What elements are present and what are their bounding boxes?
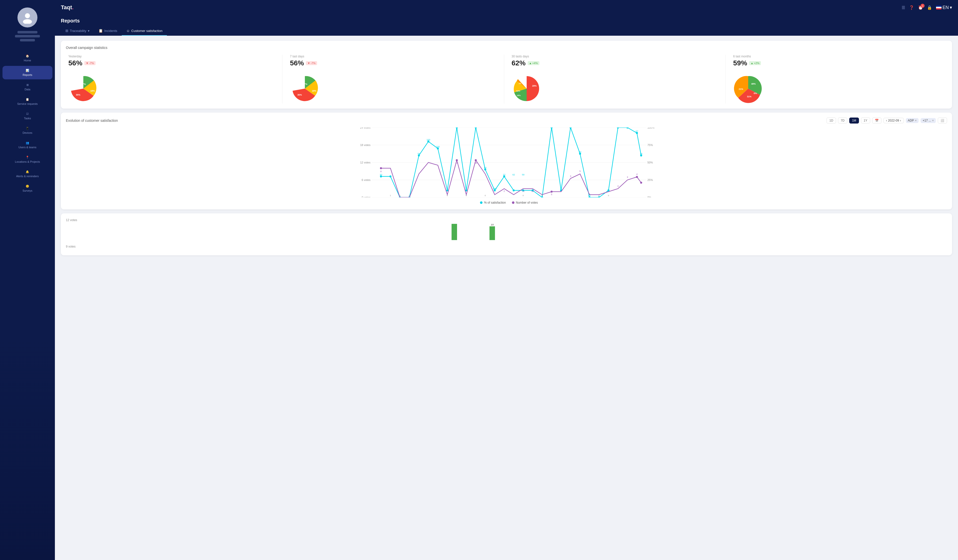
- language-button[interactable]: EN ▾: [936, 5, 952, 10]
- svg-text:0: 0: [400, 194, 401, 197]
- svg-text:24 votes: 24 votes: [360, 127, 371, 129]
- stat-value-row-6months: 59% ▲ +2%: [733, 59, 761, 67]
- reports-tabs: ⊞ Traceability ▾ 📋 Incidents ☺ Customer …: [61, 26, 952, 36]
- svg-text:50: 50: [484, 167, 487, 169]
- svg-text:48%: 48%: [751, 82, 756, 85]
- svg-text:30: 30: [380, 173, 382, 176]
- chevron-down-icon: ▾: [950, 5, 952, 10]
- pie-chart-yesterday: 47% 18% 35%: [68, 74, 98, 103]
- legend-votes: Number of votes: [512, 201, 538, 205]
- stat-7days: 7 last days 56% ▼ -7% 47%: [282, 55, 504, 103]
- svg-text:18 votes: 18 votes: [360, 143, 371, 146]
- prev-date-icon[interactable]: ‹: [886, 119, 887, 122]
- stat-value-row-yesterday: 56% ▼ -7%: [68, 59, 95, 67]
- svg-text:47%: 47%: [303, 83, 307, 85]
- filter-chip-more[interactable]: +17 ... ×: [921, 118, 936, 123]
- svg-text:50: 50: [531, 190, 534, 192]
- sidebar-item-alerts-reminders[interactable]: 🔔 Alerts & reminders: [3, 167, 52, 181]
- sidebar-item-reports[interactable]: 📊 Reports: [3, 66, 52, 79]
- svg-text:1: 1: [390, 194, 391, 197]
- filter-chip-adp-close[interactable]: ×: [915, 119, 917, 122]
- svg-text:3: 3: [617, 185, 619, 187]
- stat-badge-30days: ▲ +4%: [528, 61, 539, 65]
- svg-point-1: [23, 19, 32, 24]
- sidebar-item-data[interactable]: ⊞ Data: [3, 80, 52, 94]
- notification-bell[interactable]: ⏰ 1: [918, 5, 923, 10]
- dropdown-arrow-icon: ▾: [88, 29, 90, 33]
- svg-text:0: 0: [466, 194, 467, 197]
- reports-title: Reports: [61, 18, 952, 24]
- bar-chart-card: 12 votes 11 10 9 votes: [61, 213, 952, 255]
- export-btn[interactable]: ⬜: [938, 117, 947, 124]
- svg-text:18%: 18%: [312, 90, 316, 92]
- content-area: Overall campaign statistics Yesterday 56…: [55, 36, 958, 560]
- period-btn-1m[interactable]: 1M: [849, 117, 859, 124]
- topbar: Taqt. ☰ ❓ ⏰ 1 🔒 EN ▾: [55, 0, 958, 15]
- tab-incidents[interactable]: 📋 Incidents: [94, 26, 122, 36]
- sidebar-item-locations-projects[interactable]: 📍 Locations & Projects: [3, 153, 52, 166]
- bar-chart-svg: 11 10: [66, 224, 947, 244]
- svg-text:67: 67: [636, 130, 638, 133]
- sidebar-item-tasks[interactable]: ☑ Tasks: [3, 109, 52, 123]
- sidebar-item-devices[interactable]: 📱 Devices: [3, 124, 52, 137]
- stat-period-yesterday: Yesterday: [68, 55, 82, 58]
- filter-chip-adp[interactable]: ADP ×: [906, 118, 919, 123]
- svg-text:100: 100: [493, 187, 496, 190]
- lock-icon[interactable]: 🔒: [927, 5, 932, 10]
- svg-text:56: 56: [418, 152, 420, 155]
- stat-yesterday: Yesterday 56% ▼ -7%: [66, 55, 282, 103]
- period-btn-1d[interactable]: 1D: [826, 117, 836, 124]
- svg-text:4: 4: [636, 173, 638, 175]
- calendar-btn[interactable]: 📅: [872, 117, 882, 124]
- data-icon: ⊞: [27, 83, 29, 87]
- svg-text:35%: 35%: [76, 94, 80, 96]
- sidebar-item-users-teams[interactable]: 👥 Users & teams: [3, 138, 52, 152]
- svg-text:60: 60: [579, 151, 581, 153]
- line-chart-container: 24 votes 18 votes 12 votes 6 votes 0 vot…: [66, 127, 947, 205]
- svg-point-60: [513, 189, 515, 191]
- svg-text:25%: 25%: [647, 178, 653, 181]
- svg-point-75: [380, 167, 382, 169]
- filter-chip-more-close[interactable]: ×: [932, 119, 934, 122]
- svg-text:0: 0: [523, 194, 524, 197]
- next-date-icon[interactable]: ›: [900, 119, 901, 122]
- tab-traceability[interactable]: ⊞ Traceability ▾: [61, 26, 94, 36]
- svg-text:38: 38: [474, 162, 477, 164]
- trend-up-icon-30d: ▲: [529, 62, 532, 65]
- stat-value-row-30days: 62% ▲ +4%: [512, 59, 539, 67]
- chart-header: Evolution of customer satisfaction 1D 7D…: [66, 117, 947, 124]
- svg-text:35%: 35%: [297, 94, 302, 96]
- legend-dot-satisfaction: [480, 201, 482, 204]
- help-icon[interactable]: ❓: [909, 5, 914, 10]
- svg-text:0: 0: [608, 194, 609, 197]
- svg-text:0: 0: [598, 194, 600, 197]
- period-btn-1y[interactable]: 1Y: [861, 117, 870, 124]
- svg-text:0: 0: [542, 194, 543, 197]
- sidebar-item-service-requests[interactable]: 📋 Service requests: [3, 95, 52, 108]
- pie-chart-7days: 47% 18% 35%: [290, 74, 320, 103]
- svg-point-76: [456, 159, 458, 161]
- app-logo: Taqt.: [61, 4, 74, 11]
- evolution-chart-title: Evolution of customer satisfaction: [66, 119, 118, 122]
- pie-chart-30days: 28% 53% 18% 1%: [512, 74, 542, 103]
- menu-icon[interactable]: ☰: [902, 5, 905, 10]
- sidebar-item-home[interactable]: 🏠 Home: [3, 51, 52, 65]
- legend-dot-votes: [512, 201, 514, 204]
- svg-text:0: 0: [485, 194, 486, 197]
- stat-badge-7days: ▼ -7%: [306, 61, 317, 65]
- period-btn-7d[interactable]: 7D: [838, 117, 847, 124]
- date-navigator[interactable]: ‹ 2022-09 ›: [883, 118, 904, 123]
- sidebar-item-surveys[interactable]: 😊 Surveys: [3, 182, 52, 195]
- svg-text:0: 0: [409, 194, 410, 197]
- svg-text:47%: 47%: [81, 83, 86, 85]
- svg-text:5: 5: [579, 170, 581, 173]
- tab-customer-satisfaction[interactable]: ☺ Customer satisfaction: [122, 26, 167, 36]
- username-bar-1: [17, 31, 37, 33]
- stat-period-30days: 30 lasts days: [512, 55, 529, 58]
- svg-point-70: [607, 189, 609, 191]
- svg-text:0%: 0%: [647, 196, 651, 197]
- svg-point-54: [456, 127, 458, 128]
- svg-text:75%: 75%: [647, 143, 653, 146]
- svg-text:59: 59: [522, 173, 524, 176]
- svg-point-79: [636, 176, 638, 178]
